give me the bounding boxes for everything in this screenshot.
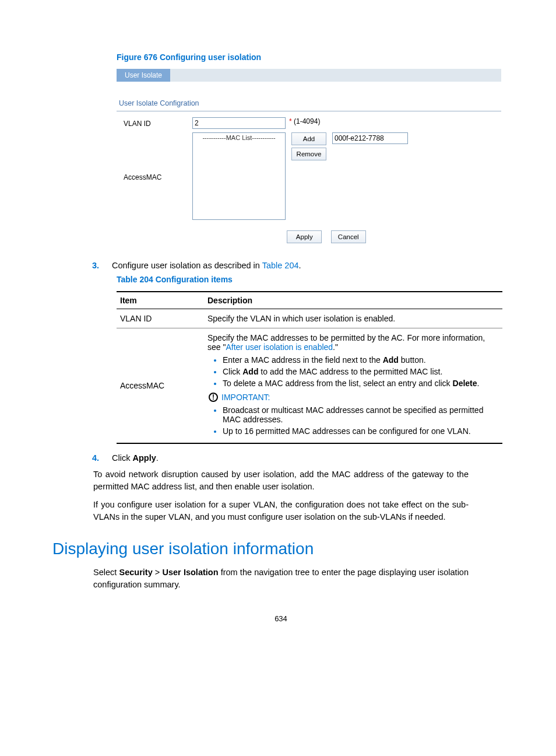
table-row: VLAN ID Specify the VLAN in which user i… xyxy=(117,309,502,328)
accessmac-label: AccessMAC xyxy=(117,132,192,181)
important-label: ! IMPORTANT: xyxy=(209,393,499,402)
paragraph: Select Security > User Isolation from th… xyxy=(93,566,469,591)
tab-bar: User Isolate xyxy=(117,69,501,82)
config-items-table: Item Description VLAN ID Specify the VLA… xyxy=(117,291,502,444)
apply-button[interactable]: Apply xyxy=(287,230,322,243)
cell-item: VLAN ID xyxy=(117,309,204,328)
list-item: Enter a MAC address in the field next to… xyxy=(223,355,499,365)
mac-input[interactable] xyxy=(332,132,408,144)
exclamation-icon: ! xyxy=(209,393,218,402)
figure-caption: Figure 676 Configuring user isolation xyxy=(117,52,509,62)
table-caption: Table 204 Configuration items xyxy=(117,275,509,284)
cell-desc: Specify the MAC addresses to be permitte… xyxy=(204,328,502,444)
table-row: AccessMAC Specify the MAC addresses to b… xyxy=(117,328,502,444)
section-heading: Displaying user isolation information xyxy=(52,540,509,558)
panel-title: User Isolate Configration xyxy=(119,99,501,107)
cell-desc: Specify the VLAN in which user isolation… xyxy=(204,309,502,328)
add-button[interactable]: Add xyxy=(291,132,326,145)
remove-button[interactable]: Remove xyxy=(291,148,326,160)
list-item: To delete a MAC address from the list, s… xyxy=(223,379,499,388)
link-after-enabled[interactable]: After user isolation is enabled xyxy=(226,342,333,352)
vlan-id-input[interactable] xyxy=(192,117,286,129)
th-description: Description xyxy=(204,292,502,309)
paragraph: If you configure user isolation for a su… xyxy=(93,499,469,523)
list-item: Click Add to add the MAC address to the … xyxy=(223,367,499,376)
page-number: 634 xyxy=(52,614,509,623)
step-3: 3. Configure user isolation as described… xyxy=(92,261,509,270)
vlan-id-hint: * (1-4094) xyxy=(289,117,320,125)
link-table-204[interactable]: Table 204 xyxy=(262,261,299,270)
mac-listbox[interactable]: -----------MAC List----------- xyxy=(192,132,286,220)
list-item: Up to 16 permitted MAC addresses can be … xyxy=(223,426,499,436)
paragraph: To avoid network disruption caused by us… xyxy=(93,468,469,493)
vlan-id-label: VLAN ID xyxy=(117,117,192,128)
embedded-screenshot: User Isolate User Isolate Configration V… xyxy=(117,69,501,243)
cell-item: AccessMAC xyxy=(117,328,204,444)
cancel-button[interactable]: Cancel xyxy=(331,230,366,243)
tab-user-isolate[interactable]: User Isolate xyxy=(117,69,170,82)
step-4: 4. Click Apply. xyxy=(92,453,509,463)
th-item: Item xyxy=(117,292,204,309)
list-item: Broadcast or multicast MAC addresses can… xyxy=(223,405,499,424)
